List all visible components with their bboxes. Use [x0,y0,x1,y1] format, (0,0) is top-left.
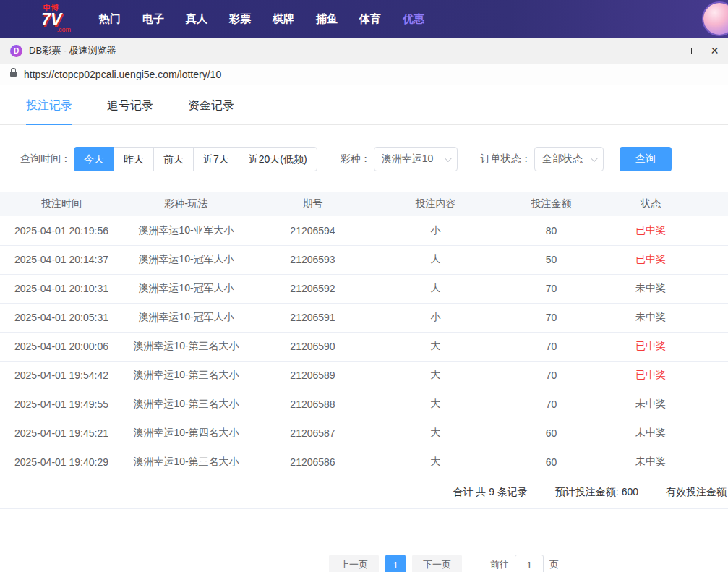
cell-spacer [694,390,728,419]
nav-item-promo[interactable]: 优惠 [403,12,424,26]
next-page-button[interactable]: 下一页 [412,555,462,572]
maximize-button[interactable] [675,38,701,64]
cell-play-type: 澳洲幸运10-冠军大小 [123,303,249,332]
cell-bet-amount: 80 [495,216,607,245]
header-bet-amount: 投注金额 [495,192,607,216]
time-option-20days[interactable]: 近20天(低频) [239,147,317,171]
header-status: 状态 [607,192,694,216]
cell-issue: 21206594 [249,216,376,245]
cell-status: 未中奖 [607,390,694,419]
cell-play-type: 澳洲幸运10-冠军大小 [123,274,249,303]
cell-bet-amount: 70 [495,390,607,419]
nav-item-sports[interactable]: 体育 [359,12,381,26]
page-word: 页 [549,558,559,571]
nav-item-cards[interactable]: 棋牌 [273,12,294,26]
cell-status: 未中奖 [607,274,694,303]
nav-item-hot[interactable]: 热门 [99,12,121,26]
page-number-current[interactable]: 1 [385,555,406,572]
cell-issue: 21206591 [249,303,376,332]
lock-icon [10,72,17,77]
lottery-filter-label: 彩种： [341,153,371,166]
cell-bet-amount: 70 [495,303,607,332]
cell-bet-content: 大 [376,245,495,274]
order-status-select[interactable]: 全部状态 [534,147,604,171]
maximize-icon [685,48,692,54]
cell-play-type: 澳洲幸运10-冠军大小 [123,245,249,274]
page-content: 投注记录 追号记录 资金记录 查询时间： 今天 昨天 前天 近7天 近20天(低… [0,85,728,572]
cell-bet-time: 2025-04-01 19:54:42 [0,361,123,390]
cell-spacer [694,332,728,361]
time-option-today[interactable]: 今天 [74,147,114,171]
cell-status: 未中奖 [607,419,694,448]
header-bet-content: 投注内容 [376,192,495,216]
lottery-select-value: 澳洲幸运10 [382,153,434,166]
cell-status: 已中奖 [607,361,694,390]
summary-count: 合计 共 9 条记录 [453,486,527,499]
site-logo[interactable]: 申博 7V .com [32,4,71,33]
lottery-select[interactable]: 澳洲幸运10 [374,147,458,171]
goto-label: 前往 [490,558,509,571]
nav-item-live[interactable]: 真人 [186,12,207,26]
cell-bet-time: 2025-04-01 20:19:56 [0,216,123,245]
time-filter-label: 查询时间： [20,153,71,166]
table-row: 2025-04-01 19:40:29澳洲幸运10-第三名大小21206586大… [0,448,728,477]
nav-item-lottery[interactable]: 彩票 [229,12,251,26]
tab-bet-records[interactable]: 投注记录 [26,98,72,125]
nav-item-fishing[interactable]: 捕鱼 [316,12,338,26]
search-button[interactable]: 查询 [620,147,672,171]
cell-issue: 21206588 [249,390,376,419]
browser-title-bar: D DB彩票 - 极速浏览器 ✕ [0,38,728,64]
cell-play-type: 澳洲幸运10-第三名大小 [123,390,249,419]
bet-records-table: 投注时间 彩种-玩法 期号 投注内容 投注金额 状态 2025-04-01 20… [0,192,728,477]
cell-play-type: 澳洲幸运10-亚军大小 [123,216,249,245]
cell-bet-content: 大 [376,448,495,477]
cell-play-type: 澳洲幸运10-第三名大小 [123,361,249,390]
table-row: 2025-04-01 19:49:55澳洲幸运10-第三名大小21206588大… [0,390,728,419]
summary-valid: 有效投注金额 [666,486,727,499]
header-play-type: 彩种-玩法 [123,192,249,216]
time-option-2days-ago[interactable]: 前天 [153,147,194,171]
cell-play-type: 澳洲幸运10-第三名大小 [123,448,249,477]
time-option-yesterday[interactable]: 昨天 [114,147,154,171]
prev-page-button[interactable]: 上一页 [329,555,379,572]
window-title: DB彩票 - 极速浏览器 [29,44,116,57]
address-bar[interactable]: https://ctopcp02pcali.uengi5e.com/lotter… [0,64,728,85]
table-row: 2025-04-01 20:05:31澳洲幸运10-冠军大小21206591小7… [0,303,728,332]
cell-issue: 21206586 [249,448,376,477]
table-row: 2025-04-01 20:14:37澳洲幸运10-冠军大小21206593大5… [0,245,728,274]
cell-bet-amount: 70 [495,361,607,390]
header-spacer [694,192,728,216]
cell-issue: 21206593 [249,245,376,274]
cell-bet-content: 大 [376,332,495,361]
time-filter-group: 今天 昨天 前天 近7天 近20天(低频) [74,147,317,171]
user-avatar[interactable] [703,3,728,35]
bet-table-body: 2025-04-01 20:19:56澳洲幸运10-亚军大小21206594小8… [0,216,728,477]
cell-bet-content: 大 [376,361,495,390]
cell-status: 未中奖 [607,303,694,332]
pagination: 上一页 1 下一页 前往 页 [329,555,559,572]
cell-bet-amount: 70 [495,332,607,361]
cell-status: 已中奖 [607,216,694,245]
close-button[interactable]: ✕ [701,38,728,64]
record-tabs: 投注记录 追号记录 资金记录 [0,85,728,125]
goto-page-input[interactable] [515,555,544,572]
table-row: 2025-04-01 20:10:31澳洲幸运10-冠军大小21206592大7… [0,274,728,303]
table-row: 2025-04-01 20:19:56澳洲幸运10-亚军大小21206594小8… [0,216,728,245]
tab-chase-records[interactable]: 追号记录 [107,98,153,124]
summary-expected: 预计投注金额: 600 [555,486,638,499]
cell-bet-content: 大 [376,419,495,448]
cell-bet-content: 小 [376,303,495,332]
cell-issue: 21206589 [249,361,376,390]
time-option-7days[interactable]: 近7天 [193,147,239,171]
minimize-button[interactable] [648,38,675,64]
window-controls: ✕ [648,38,728,64]
cell-spacer [694,419,728,448]
header-issue: 期号 [249,192,376,216]
minimize-icon [657,51,665,51]
browser-favicon-icon: D [10,45,22,57]
tab-fund-records[interactable]: 资金记录 [188,98,234,124]
cell-spacer [694,448,728,477]
nav-item-slots[interactable]: 电子 [142,12,164,26]
table-row: 2025-04-01 19:54:42澳洲幸运10-第三名大小21206589大… [0,361,728,390]
cell-bet-content: 大 [376,274,495,303]
